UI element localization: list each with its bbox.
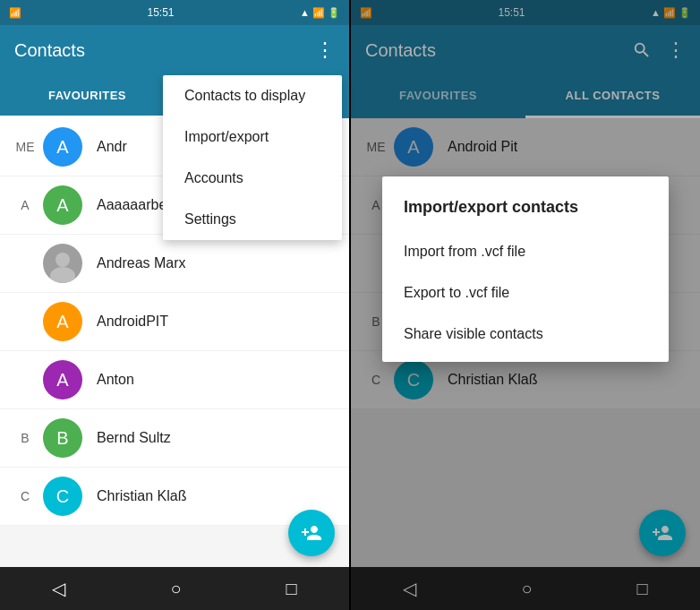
dialog-title: Import/export contacts	[382, 198, 669, 231]
contact-name-androidpit-left: AndroidPIT	[97, 314, 168, 330]
contact-name-christian-left: Christian Klaß	[97, 488, 186, 504]
app-bar-icons-left: ⋮	[315, 39, 335, 62]
status-right-icons: ▲ 📶 🔋	[300, 7, 340, 19]
contact-name-andreas-marx: Andreas Marx	[97, 255, 186, 271]
contact-row-androidpit-left[interactable]: A AndroidPIT	[0, 293, 349, 351]
bottom-nav-left: ◁ ○ □	[0, 567, 349, 610]
avatar-me-left: A	[43, 127, 82, 167]
import-export-dialog: Import/export contacts Import from .vcf …	[382, 176, 669, 362]
app-bar-left: Contacts ⋮	[0, 25, 349, 75]
svg-point-0	[55, 253, 70, 267]
status-left-icon: 📶	[9, 7, 21, 19]
dialog-import-vcf[interactable]: Import from .vcf file	[382, 231, 669, 272]
fab-left[interactable]	[288, 510, 335, 556]
contact-row-andreas-marx[interactable]: Andreas Marx	[0, 235, 349, 293]
contact-name-anton-left: Anton	[97, 372, 134, 388]
status-time-left: 15:51	[147, 6, 174, 19]
avatar-aaaaaarbeit: A	[43, 185, 82, 225]
svg-point-1	[50, 267, 75, 283]
me-label-left: ME	[14, 140, 36, 154]
left-phone-panel: 📶 15:51 ▲ 📶 🔋 Contacts ⋮ FAVOURITES ALL …	[0, 0, 349, 610]
avatar-christian-left: C	[43, 477, 82, 516]
section-label-b: B	[14, 431, 36, 445]
contact-row-bernd-left[interactable]: B B Bernd Sultz	[0, 409, 349, 468]
section-label-a: A	[14, 198, 36, 212]
status-bar-left: 📶 15:51 ▲ 📶 🔋	[0, 0, 349, 25]
back-button-left[interactable]: ◁	[52, 578, 65, 599]
dropdown-menu-left: Contacts to display Import/export Accoun…	[163, 75, 342, 240]
right-phone-panel: 📶 15:51 ▲ 📶 🔋 Contacts ⋮ FAVOURITES ALL …	[351, 0, 700, 610]
avatar-andreas-marx	[43, 244, 82, 283]
add-contact-icon-left	[301, 522, 322, 544]
photo-icon-andreas	[43, 244, 82, 283]
dropdown-accounts[interactable]: Accounts	[163, 158, 342, 199]
dialog-export-vcf[interactable]: Export to .vcf file	[382, 272, 669, 314]
overflow-menu-icon-left[interactable]: ⋮	[315, 39, 335, 62]
home-button-left[interactable]: ○	[170, 579, 181, 599]
avatar-bernd-left: B	[43, 418, 82, 458]
contact-name-me-left: Andr	[97, 139, 127, 155]
avatar-anton-left: A	[43, 360, 82, 400]
contact-row-anton-left[interactable]: A Anton	[0, 351, 349, 409]
contact-name-bernd-left: Bernd Sultz	[97, 430, 171, 446]
dialog-overlay: Import/export contacts Import from .vcf …	[351, 0, 700, 610]
dropdown-import-export[interactable]: Import/export	[163, 116, 342, 158]
dropdown-contacts-to-display[interactable]: Contacts to display	[163, 75, 342, 116]
section-label-c: C	[14, 489, 36, 503]
tab-favourites-left[interactable]: FAVOURITES	[0, 75, 175, 118]
app-title-left: Contacts	[14, 40, 85, 61]
recents-button-left[interactable]: □	[286, 579, 296, 599]
dialog-share-contacts[interactable]: Share visible contacts	[382, 314, 669, 355]
avatar-androidpit-left: A	[43, 302, 82, 341]
dropdown-settings[interactable]: Settings	[163, 199, 342, 240]
